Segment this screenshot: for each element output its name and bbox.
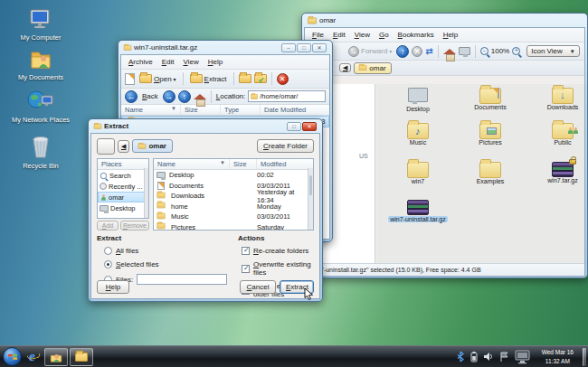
menu-view[interactable]: View (351, 30, 374, 40)
forward-button[interactable]: → Forward ▾ (346, 45, 394, 58)
column-type[interactable]: Type (221, 105, 261, 115)
taskbar-button-folder[interactable] (70, 348, 93, 366)
file-item-win7[interactable]: win7 (385, 162, 450, 184)
menu-edit[interactable]: Edit (329, 30, 349, 40)
create-folder-button[interactable]: Create Folder (257, 139, 314, 153)
menu-file[interactable]: File (308, 30, 327, 40)
radio-selected-files[interactable]: Selected files (104, 260, 231, 268)
help-button[interactable]: Help (97, 280, 129, 294)
file-item-pictures[interactable]: Pictures (458, 123, 523, 146)
zoom-out-icon[interactable]: - (480, 47, 488, 55)
taskbar-button-documents[interactable] (44, 348, 68, 366)
file-item-examples[interactable]: Examples (458, 162, 523, 184)
up-button[interactable]: ↑ (396, 45, 409, 58)
start-button[interactable] (3, 347, 22, 366)
column-name[interactable]: Name▼ (121, 105, 181, 115)
checkbox-overwrite[interactable]: Overwrite existing files (242, 260, 314, 277)
add-files-button[interactable] (239, 74, 251, 83)
file-item-desktop[interactable]: Desktop (385, 88, 450, 112)
location-input[interactable]: /home/omar/ (248, 90, 326, 102)
menu-edit[interactable]: Edit (158, 57, 178, 67)
file-list-scrollbar[interactable] (308, 168, 313, 230)
desktop-button[interactable] (459, 47, 470, 55)
add-folder-button[interactable]: ↙ (254, 74, 267, 83)
column-size[interactable]: Size (230, 159, 257, 169)
view-mode-dropdown[interactable]: Icon View ▼ (526, 45, 580, 57)
breadcrumb-omar[interactable]: omar (132, 139, 173, 153)
desktop-icon-my-documents[interactable]: My Documents (3, 47, 79, 81)
display-icon[interactable] (515, 350, 533, 364)
tab-omar[interactable]: omar (354, 62, 391, 74)
stop-button[interactable]: ✕ (412, 46, 422, 57)
bluetooth-icon[interactable] (456, 351, 465, 362)
archiver-titlebar[interactable]: win7-uninstall.tar.gz – □ ✕ (120, 41, 330, 54)
list-row[interactable]: Desktop00:02 (154, 170, 313, 181)
up-button[interactable]: ↑ (178, 90, 191, 103)
new-archive-button[interactable] (125, 73, 135, 85)
column-modified[interactable]: Modified (257, 159, 313, 169)
places-list[interactable]: Places Search Recently ... omar Desktop (97, 158, 149, 219)
network-flag-icon[interactable] (499, 352, 509, 362)
desktop-icon-my-network-places[interactable]: My Network Places (3, 89, 79, 124)
menu-archive[interactable]: Archive (125, 57, 156, 67)
list-row[interactable]: homeMonday (154, 202, 313, 212)
home-button[interactable] (443, 49, 456, 54)
places-scrollbar[interactable] (144, 168, 148, 218)
checkbox-recreate-folders[interactable]: Re-create folders (242, 247, 314, 255)
column-date-modified[interactable]: Date Modified (261, 105, 329, 115)
folder-icon (156, 213, 165, 220)
cancel-button[interactable]: Cancel (240, 280, 276, 294)
add-place-button[interactable]: Add (97, 221, 119, 231)
desktop-icon-recycle-bin[interactable]: Recycle Bin (3, 136, 79, 170)
type-filename-button[interactable] (97, 138, 115, 155)
menu-help[interactable]: Help (204, 57, 226, 67)
icon-view[interactable]: Desktop Documents ↓ Downloads ♪ Music Pi… (376, 84, 584, 263)
file-item-downloads[interactable]: ↓ Downloads (530, 88, 585, 110)
battery-icon[interactable] (470, 351, 478, 362)
column-name[interactable]: Name▼ (154, 159, 230, 169)
menu-bookmarks[interactable]: Bookmarks (394, 30, 438, 40)
extract-toolbar-button[interactable]: Extract (188, 73, 229, 84)
remove-place-button[interactable]: Remove (120, 221, 149, 231)
menu-view[interactable]: View (179, 57, 202, 67)
clock[interactable]: Wed Mar 16 11:32 AM (538, 348, 577, 366)
show-desktop-button[interactable] (583, 348, 586, 366)
list-row[interactable]: Music03/03/2011 (154, 212, 313, 222)
refresh-icon[interactable]: ⇄ (425, 46, 432, 56)
file-item-documents[interactable]: Documents (458, 88, 523, 110)
breadcrumb-left-button[interactable]: ◀ (118, 140, 129, 153)
place-recently-used[interactable]: Recently ... (98, 181, 148, 192)
place-desktop[interactable]: Desktop (98, 202, 148, 213)
stop-button[interactable]: ✕ (277, 73, 289, 85)
tab-scroll-left-button[interactable]: ◀ (339, 63, 351, 72)
menu-help[interactable]: Help (440, 30, 461, 40)
list-row[interactable]: PicturesSaturday (154, 222, 313, 231)
volume-icon[interactable] (483, 352, 494, 362)
column-size[interactable]: Size (181, 105, 221, 115)
extract-dialog-titlebar[interactable]: Extract □ ✕ (90, 119, 320, 133)
back-button[interactable]: ← (125, 90, 138, 103)
menu-go[interactable]: Go (375, 30, 393, 40)
maximize-button[interactable]: □ (287, 122, 301, 131)
file-item-public[interactable]: Public (530, 123, 585, 146)
browser-e-icon[interactable]: e (29, 349, 35, 364)
home-button[interactable] (194, 94, 206, 99)
place-search[interactable]: Search (98, 170, 148, 181)
minimize-button[interactable]: – (281, 43, 296, 52)
maximize-button[interactable]: □ (297, 43, 311, 52)
file-manager-titlebar[interactable]: omar (304, 14, 585, 27)
archive-list-header[interactable]: Name▼ Size Type Date Modified (121, 105, 329, 116)
list-row[interactable]: DownloadsYesterday at 16:34 (154, 191, 313, 202)
close-button[interactable]: ✕ (312, 43, 327, 52)
file-item-win7-uninstall-targz[interactable]: win7-uninstall.tar.gz (385, 200, 450, 223)
radio-all-files[interactable]: All files (104, 247, 231, 255)
close-button[interactable]: ✕ (302, 122, 317, 131)
forward-button[interactable]: → (163, 90, 175, 103)
desktop-icon-my-computer[interactable]: My Computer (3, 7, 79, 42)
zoom-in-icon[interactable]: + (512, 47, 520, 55)
open-archive-button[interactable]: Open ▾ (138, 73, 178, 84)
file-item-win7-targz[interactable]: win7.tar.gz (530, 162, 585, 184)
place-omar[interactable]: omar (98, 192, 148, 202)
file-list[interactable]: Name▼ Size Modified Desktop00:02 Documen… (153, 158, 314, 231)
file-item-music[interactable]: ♪ Music (385, 123, 450, 146)
